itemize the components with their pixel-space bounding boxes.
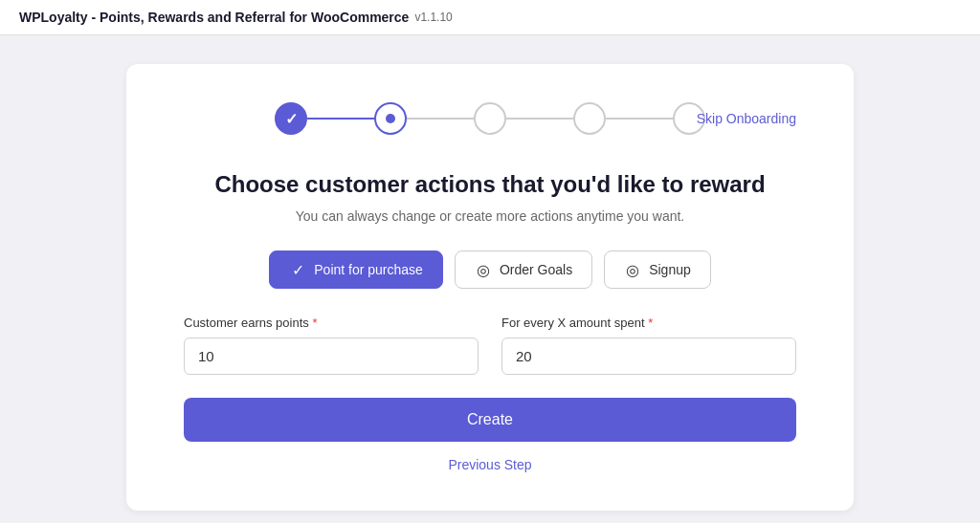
step-1 bbox=[275, 102, 307, 135]
onboarding-card: Skip Onboarding Choose customer actions … bbox=[126, 64, 854, 511]
step-line-2 bbox=[407, 118, 474, 120]
action-btn-signup-label: Signup bbox=[649, 262, 691, 277]
signup-icon: ◎ bbox=[624, 261, 641, 278]
step-2 bbox=[374, 102, 407, 135]
action-btn-order-goals-label: Order Goals bbox=[500, 262, 572, 277]
skip-onboarding-button[interactable]: Skip Onboarding bbox=[697, 111, 796, 126]
earns-points-required: * bbox=[312, 316, 317, 330]
form-row: Customer earns points * For every X amou… bbox=[184, 316, 796, 375]
action-btn-purchase-label: Point for purchase bbox=[314, 262, 423, 277]
order-goals-icon: ◎ bbox=[475, 261, 492, 278]
amount-spent-label: For every X amount spent * bbox=[501, 316, 796, 330]
action-btn-signup[interactable]: ◎ Signup bbox=[604, 251, 711, 289]
form-group-amount-spent: For every X amount spent * bbox=[501, 316, 796, 375]
step-3 bbox=[474, 102, 506, 135]
stepper: Skip Onboarding bbox=[184, 102, 796, 135]
page-subheading: You can always change or create more act… bbox=[184, 208, 796, 224]
earns-points-label: Customer earns points * bbox=[184, 316, 479, 330]
step-container bbox=[275, 102, 705, 135]
previous-step-button[interactable]: Previous Step bbox=[448, 457, 531, 472]
step-line-1 bbox=[307, 118, 374, 120]
app-version: v1.1.10 bbox=[414, 11, 452, 24]
amount-spent-required: * bbox=[648, 316, 653, 330]
earns-points-input[interactable] bbox=[184, 338, 479, 375]
amount-spent-input[interactable] bbox=[501, 338, 796, 375]
action-btn-order-goals[interactable]: ◎ Order Goals bbox=[455, 251, 592, 289]
form-group-earns-points: Customer earns points * bbox=[184, 316, 479, 375]
step-4 bbox=[573, 102, 606, 135]
action-btn-purchase[interactable]: ✓ Point for purchase bbox=[269, 251, 443, 289]
page-heading: Choose customer actions that you'd like … bbox=[184, 169, 796, 199]
app-title: WPLoyalty - Points, Rewards and Referral… bbox=[19, 10, 409, 25]
check-icon bbox=[285, 110, 298, 128]
step-line-3 bbox=[506, 118, 573, 120]
step-line-4 bbox=[606, 118, 673, 120]
purchase-icon: ✓ bbox=[289, 261, 306, 278]
action-buttons-group: ✓ Point for purchase ◎ Order Goals ◎ Sig… bbox=[184, 251, 796, 289]
top-bar: WPLoyalty - Points, Rewards and Referral… bbox=[0, 0, 980, 35]
main-content: Skip Onboarding Choose customer actions … bbox=[0, 35, 980, 523]
create-button[interactable]: Create bbox=[184, 398, 796, 442]
active-dot bbox=[386, 114, 395, 123]
